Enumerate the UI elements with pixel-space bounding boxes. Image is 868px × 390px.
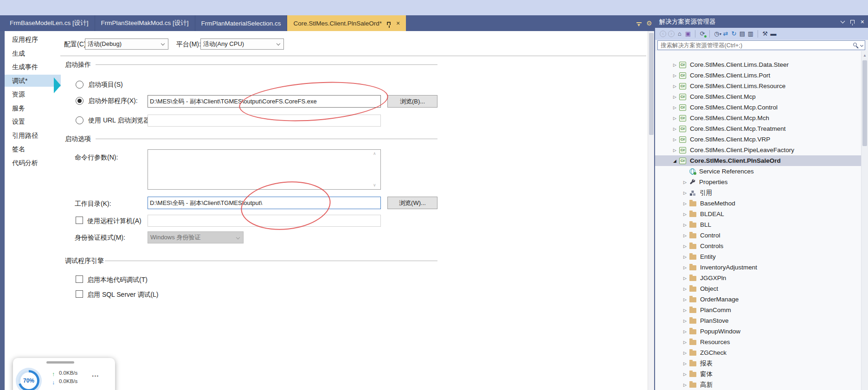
browse-working-dir-button[interactable]: 浏览(W)... (387, 197, 437, 209)
tree-expander-icon[interactable]: ▷ (682, 383, 688, 387)
tree-row-ordermanage[interactable]: ▷OrderManage (655, 294, 861, 305)
nav-item-2[interactable]: 生成 (5, 47, 61, 59)
tree-row-core-stlmes-client-mcp-vrp[interactable]: ▷C#Core.StlMes.Client.Mcp.VRP (655, 134, 861, 145)
chevron-down-icon[interactable] (840, 19, 845, 23)
tree-row-core-stlmes-client-lims-port[interactable]: ▷C#Core.StlMes.Client.Lims.Port (655, 70, 861, 81)
tree-expander-icon[interactable]: ▷ (682, 255, 688, 259)
tree-row-bldeal[interactable]: ▷BLDEAL (655, 209, 861, 219)
tree-expander-icon[interactable]: ▷ (672, 105, 678, 110)
tree-row-zgcheck[interactable]: ▷ZGCheck (655, 347, 861, 358)
tree-expander-icon[interactable]: ▷ (672, 95, 678, 99)
tree-row-plancomm[interactable]: ▷PlanComm (655, 305, 861, 315)
pin-icon[interactable] (850, 20, 855, 24)
tree-expander-icon[interactable]: ▷ (682, 180, 688, 185)
tree-row-resources[interactable]: ▷Resources (655, 337, 861, 347)
cmd-args-textarea[interactable] (148, 149, 381, 190)
tree-expander-icon[interactable]: ▷ (672, 148, 678, 153)
forward-icon[interactable]: › (668, 31, 675, 37)
sync-with-active-document-icon[interactable]: ⟳ (698, 30, 707, 38)
tree-expander-icon[interactable]: ▷ (682, 361, 688, 366)
toolbar-overflow-icon[interactable] (637, 22, 642, 25)
tree-row-controls[interactable]: ▷Controls (655, 241, 861, 251)
document-tab-1[interactable]: FrmPlanSteelMakMod.cs [设计] (95, 15, 195, 31)
remote-machine-checkbox[interactable] (76, 217, 83, 224)
tree-row-planstove[interactable]: ▷PlanStove (655, 315, 861, 326)
tree-expander-icon[interactable]: ▷ (682, 201, 688, 206)
tree-row--[interactable]: ▷窗体 (655, 369, 861, 379)
tree-row-core-stlmes-client-pipeleavefactory[interactable]: ▷C#Core.StlMes.Client.PipeLeaveFactory (655, 145, 861, 155)
sql-debug-checkbox[interactable] (76, 290, 83, 298)
tree-row-core-stlmes-client-plnsaleord[interactable]: ◢C#Core.StlMes.Client.PlnSaleOrd (655, 155, 861, 166)
refresh-icon[interactable]: ⇄ (721, 30, 730, 38)
tree-expander-icon[interactable]: ▷ (682, 340, 688, 345)
nav-item-10[interactable]: 代码分析 (5, 157, 61, 169)
tree-row-core-stlmes-client-lims-resource[interactable]: ▷C#Core.StlMes.Client.Lims.Resource (655, 81, 861, 91)
nav-item-9[interactable]: 签名 (5, 143, 61, 155)
tree-expander-icon[interactable]: ▷ (682, 276, 688, 281)
tree-row-bll[interactable]: ▷BLL (655, 219, 861, 230)
tree-expander-icon[interactable]: ▷ (682, 297, 688, 302)
close-icon[interactable]: × (861, 19, 864, 25)
tree-row-inventoryadjustment[interactable]: ▷InventoryAdjustment (655, 262, 861, 273)
tree-row--[interactable]: ▷高新 (655, 379, 861, 390)
memory-gauge[interactable]: 70% (18, 370, 39, 390)
tree-expander-icon[interactable]: ▷ (672, 127, 678, 131)
tree-row-object[interactable]: ▷Object (655, 283, 861, 294)
tree-expander-icon[interactable]: ▷ (682, 308, 688, 313)
properties-icon[interactable]: ⚒ (761, 30, 769, 38)
start-url-radio[interactable] (76, 116, 84, 124)
home-icon[interactable]: ⌂ (675, 30, 684, 38)
gear-icon[interactable]: ⚙ (646, 19, 652, 27)
tree-row-jggxpln[interactable]: ▷JGGXPln (655, 273, 861, 283)
nav-item-4[interactable]: 调试* (5, 75, 61, 87)
tree-expander-icon[interactable]: ▷ (672, 116, 678, 121)
tree-row-service-references[interactable]: Service References (655, 166, 861, 177)
external-program-radio[interactable] (76, 97, 84, 105)
copy-icon[interactable]: ▤ (738, 30, 746, 38)
tree-expander-icon[interactable]: ▷ (682, 233, 688, 238)
tree-expander-icon[interactable]: ▷ (682, 191, 688, 195)
tree-row-properties[interactable]: ▷Properties (655, 177, 861, 187)
main-scrollbar-thumb[interactable] (649, 33, 654, 135)
tree-expander-icon[interactable]: ▷ (682, 319, 688, 323)
tree-expander-icon[interactable]: ▷ (672, 137, 678, 142)
tree-expander-icon[interactable]: ▷ (672, 84, 678, 89)
tree-expander-icon[interactable]: ▷ (682, 329, 688, 334)
tree-row-entity[interactable]: ▷Entity (655, 251, 861, 262)
update-icon[interactable]: ↻ (730, 30, 738, 38)
tree-row-core-stlmes-client-lims-data-steer[interactable]: ▷C#Core.StlMes.Client.Lims.Data.Steer (655, 59, 861, 70)
tree-row-control[interactable]: ▷Control (655, 230, 861, 241)
scroll-up-icon[interactable]: ∧ (373, 152, 376, 156)
nav-item-6[interactable]: 服务 (5, 102, 61, 114)
configuration-combo[interactable]: 活动(Debug) (85, 38, 168, 50)
tree-row-popupwindow[interactable]: ▷PopupWindow (655, 326, 861, 337)
tree-row--[interactable]: ▷报表 (655, 358, 861, 369)
nav-item-7[interactable]: 设置 (5, 115, 61, 128)
tree-expander-icon[interactable]: ◢ (672, 159, 678, 163)
pin-icon[interactable] (387, 22, 391, 25)
nav-item-8[interactable]: 引用路径 (5, 129, 61, 141)
tree-row-core-stlmes-client-mcp-control[interactable]: ▷C#Core.StlMes.Client.Mcp.Control (655, 102, 861, 113)
search-icon[interactable] (853, 43, 857, 46)
tree-expander-icon[interactable]: ▷ (672, 63, 678, 67)
scrollbar-thumb[interactable] (862, 60, 867, 146)
duplicate-icon[interactable]: ▥ (746, 30, 755, 38)
back-icon[interactable]: ‹ (660, 31, 666, 37)
start-project-radio[interactable] (76, 81, 84, 89)
scroll-up-icon[interactable]: ▲ (863, 53, 867, 58)
native-debug-checkbox[interactable] (76, 275, 83, 283)
tree-row--[interactable]: ▷引用 (655, 187, 861, 198)
nav-item-1[interactable]: 应用程序 (5, 33, 61, 45)
nav-item-3[interactable]: 生成事件 (5, 61, 61, 73)
tree-expander-icon[interactable]: ▷ (682, 223, 688, 227)
browse-external-program-button[interactable]: 浏览(B)... (387, 95, 437, 108)
tree-expander-icon[interactable]: ▷ (682, 372, 688, 377)
drag-handle[interactable] (46, 361, 74, 364)
collapse-all-icon[interactable]: ▬ (769, 30, 778, 38)
switch-views-icon[interactable]: ▣ (684, 30, 692, 38)
document-tab-3[interactable]: Core.StlMes.Client.PlnSaleOrd*× (287, 15, 406, 31)
net-monitor-widget[interactable]: 70% ↑ 0.0KB/s ↓ 0.0KB/s ... (13, 358, 115, 390)
tree-expander-icon[interactable]: ▷ (682, 244, 688, 249)
scroll-down-icon[interactable]: ∨ (373, 183, 376, 187)
more-button[interactable]: ... (92, 370, 99, 378)
